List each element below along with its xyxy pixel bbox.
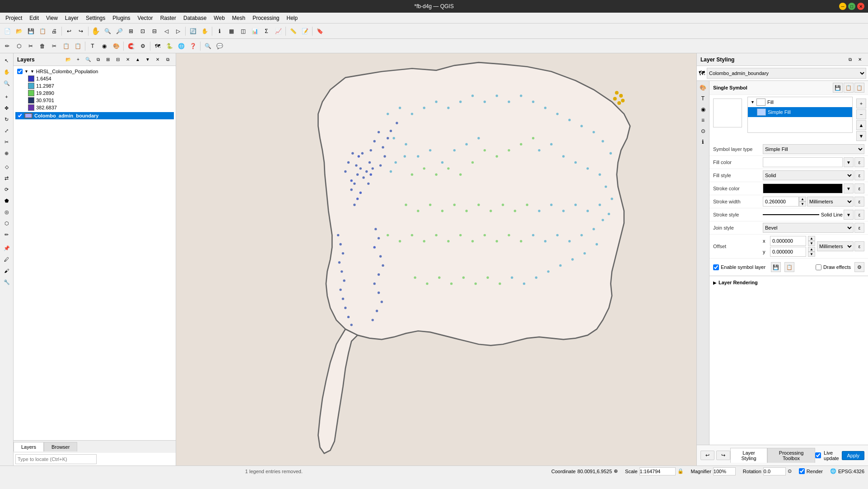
save-as-btn[interactable]: 📋	[37, 26, 48, 37]
paint-btn[interactable]: 🖌	[1, 265, 12, 276]
spatial-bookmark-btn[interactable]: 🔖	[314, 26, 325, 37]
menu-raster[interactable]: Raster	[157, 14, 180, 22]
live-update-checkbox[interactable]	[815, 452, 821, 458]
measure-btn[interactable]: 📏	[288, 26, 299, 37]
snap-config-btn[interactable]: ⚙	[137, 41, 148, 52]
edit-btn[interactable]: ✂	[25, 41, 36, 52]
menu-mesh[interactable]: Mesh	[229, 14, 249, 22]
menu-web[interactable]: Web	[210, 14, 228, 22]
layer-rendering-header[interactable]: ▶ Layer Rendering	[713, 278, 864, 287]
scale-btn[interactable]: ⤢	[1, 125, 12, 136]
menu-database[interactable]: Database	[180, 14, 210, 22]
annotation-btn[interactable]: 📝	[299, 26, 310, 37]
styling-close-btn[interactable]: ✕	[855, 55, 864, 64]
stroke-width-input[interactable]	[763, 197, 799, 207]
render-checkbox[interactable]	[799, 468, 805, 474]
stroke-color-display[interactable]	[763, 183, 843, 193]
merge-btn[interactable]: ⊕	[1, 148, 12, 159]
tab-processing-toolbox[interactable]: Processing Toolbox	[767, 448, 815, 463]
remove-layer-btn[interactable]: ✕	[123, 55, 132, 64]
menu-settings[interactable]: Settings	[82, 14, 109, 22]
redo-btn[interactable]: ↪	[75, 26, 86, 37]
stroke-width-down-btn[interactable]: ▼	[799, 202, 806, 207]
symbol-save-btn[interactable]: 💾	[833, 83, 843, 93]
enable-symbol-checkbox[interactable]	[713, 264, 719, 270]
menu-vector[interactable]: Vector	[134, 14, 157, 22]
offset-y-input[interactable]	[770, 247, 806, 257]
zoom-selection-btn[interactable]: ⊟	[149, 26, 160, 37]
python-btn[interactable]: 🐍	[164, 41, 175, 52]
join-style-expr-btn[interactable]: ε	[854, 223, 864, 233]
filter-layers-btn[interactable]: 🔍	[84, 55, 93, 64]
undo-btn[interactable]: ↩	[64, 26, 75, 37]
digitize-btn[interactable]: ✏	[2, 41, 13, 52]
symbol-copy-btn[interactable]: 📋	[844, 83, 854, 93]
cancel-rendering-btn[interactable]: ✋	[199, 26, 210, 37]
redo-style-btn[interactable]: ↪	[716, 451, 730, 460]
close-panel-btn[interactable]: ✕	[153, 55, 162, 64]
close-button[interactable]: ✕	[857, 3, 864, 10]
stroke-style-dropdown-btn[interactable]: ▼	[844, 210, 854, 220]
deselect-btn[interactable]: ◫	[238, 26, 248, 37]
map-area[interactable]	[176, 53, 696, 465]
diagram-btn[interactable]: ◉	[99, 41, 110, 52]
fill-style-select[interactable]: Solid	[763, 170, 854, 180]
browser-btn[interactable]: 🌐	[176, 41, 187, 52]
expand-all-btn[interactable]: ⊞	[103, 55, 112, 64]
label-btn[interactable]: T	[87, 41, 98, 52]
menu-help[interactable]: Help	[283, 14, 302, 22]
zoom-in-btn[interactable]: 🔍	[102, 26, 113, 37]
rotation-input[interactable]	[763, 467, 786, 475]
join-style-select[interactable]: Bevel	[763, 223, 854, 233]
ring-btn[interactable]: ◎	[1, 207, 12, 217]
apply-button[interactable]: Apply	[842, 451, 864, 460]
tab-browser[interactable]: Browser	[44, 442, 77, 451]
pan-tool-btn[interactable]: ✋	[1, 66, 12, 77]
node-tool-btn[interactable]: ⬡	[14, 41, 24, 52]
add-symbol-btn[interactable]: +	[856, 99, 866, 108]
draw-effects-checkbox[interactable]	[816, 264, 821, 270]
rotate-btn[interactable]: ↻	[1, 114, 12, 125]
open-project-btn[interactable]: 📂	[14, 26, 24, 37]
stroke-style-expr-btn[interactable]: ε	[854, 210, 864, 220]
free-form-btn[interactable]: 🖊	[1, 254, 12, 265]
select-btn[interactable]: ▦	[226, 26, 237, 37]
menu-view[interactable]: View	[42, 14, 61, 22]
cut-btn[interactable]: ✂	[49, 41, 60, 52]
layer-colombo-checkbox[interactable]	[17, 113, 23, 118]
layer-hrsl-population[interactable]: ▼ ▼ HRSL_Colombo_Population	[15, 68, 174, 75]
paste-btn[interactable]: 📋	[72, 41, 83, 52]
fill-ring-btn[interactable]: ⬡	[1, 218, 12, 229]
move-feature-btn[interactable]: ✥	[1, 103, 12, 113]
paste-style-btn[interactable]: 📋	[784, 262, 794, 272]
zoom-out-btn[interactable]: 🔎	[114, 26, 125, 37]
refresh-btn[interactable]: 🔄	[187, 26, 198, 37]
remove-symbol-btn[interactable]: −	[856, 109, 866, 119]
magnifier-input[interactable]	[713, 467, 736, 475]
zoom-previous-btn[interactable]: ◁	[161, 26, 172, 37]
menu-project[interactable]: Project	[2, 14, 26, 22]
offset-unit-select[interactable]: Millimeters	[817, 241, 854, 251]
tree-row-simple-fill[interactable]: Simple Fill	[748, 107, 852, 117]
split-btn[interactable]: ✂	[1, 136, 12, 147]
open-table-btn[interactable]: 📊	[249, 26, 260, 37]
collapse-all-btn[interactable]: ⊟	[113, 55, 122, 64]
stroke-color-btn[interactable]: ▼	[844, 183, 854, 193]
menu-edit[interactable]: Edit	[26, 14, 42, 22]
tab-layer-styling[interactable]: Layer Styling	[730, 448, 767, 463]
label-style-btn[interactable]: T	[698, 94, 708, 103]
copy-btn[interactable]: 📋	[61, 41, 71, 52]
move-down-btn[interactable]: ▼	[143, 55, 152, 64]
vertex-tool-btn[interactable]: ◇	[1, 161, 12, 172]
reverse-btn[interactable]: ⇄	[1, 173, 12, 183]
maximize-button[interactable]: □	[848, 3, 855, 10]
diagram-style-btn[interactable]: ◉	[698, 104, 708, 114]
add-feature-btn[interactable]: +	[1, 91, 12, 102]
offset-x-down-btn[interactable]: ▼	[808, 241, 815, 246]
menu-layer[interactable]: Layer	[61, 14, 82, 22]
symbol-paste-btn[interactable]: 📋	[854, 83, 864, 93]
menu-plugins[interactable]: Plugins	[109, 14, 134, 22]
save-project-btn[interactable]: 💾	[25, 26, 36, 37]
locator-btn[interactable]: 🔍	[202, 41, 213, 52]
save-to-styles-btn[interactable]: 💾	[771, 262, 781, 272]
